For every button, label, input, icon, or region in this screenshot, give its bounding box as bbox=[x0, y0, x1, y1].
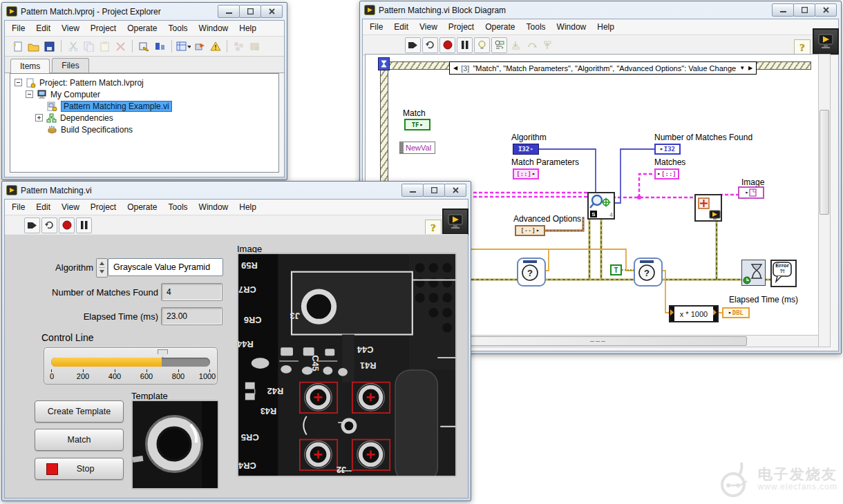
hierarchy-button[interactable] bbox=[153, 39, 167, 54]
match-button[interactable]: Match bbox=[35, 429, 124, 451]
wait-ms-vi[interactable] bbox=[741, 260, 766, 286]
step-over-button[interactable] bbox=[524, 38, 539, 52]
tree-item-project[interactable]: Project: Pattern Match.lvproj bbox=[10, 77, 278, 88]
menu-edit[interactable]: Edit bbox=[30, 22, 56, 35]
overlay-vi[interactable] bbox=[694, 194, 722, 222]
tree-item-build-specs[interactable]: Build Specifications bbox=[10, 124, 278, 135]
menu-edit[interactable]: Edit bbox=[388, 21, 414, 33]
algorithm-spinner[interactable] bbox=[96, 258, 108, 278]
abort-button[interactable] bbox=[59, 217, 75, 233]
maximize-button[interactable] bbox=[793, 3, 815, 17]
run-button[interactable] bbox=[405, 37, 421, 53]
run-build-button[interactable] bbox=[247, 39, 262, 54]
simple-error-handler-vi[interactable]: Error ?! bbox=[770, 260, 797, 287]
close-button[interactable] bbox=[444, 184, 466, 197]
menu-window[interactable]: Window bbox=[551, 21, 592, 33]
minimize-button[interactable] bbox=[772, 3, 794, 17]
menu-tools[interactable]: Tools bbox=[163, 22, 193, 35]
maximize-button[interactable] bbox=[423, 184, 445, 197]
project-explorer-titlebar[interactable]: Pattern Match.lvproj - Project Explorer bbox=[2, 3, 287, 20]
step-into-button[interactable] bbox=[509, 38, 523, 52]
pause-button[interactable] bbox=[76, 217, 92, 233]
run-continuous-button[interactable] bbox=[422, 37, 438, 53]
tree-item-computer[interactable]: My Computer bbox=[10, 88, 278, 100]
slider-track[interactable] bbox=[51, 358, 210, 367]
matches-terminal[interactable]: ▸[::] bbox=[654, 168, 679, 180]
menu-operate[interactable]: Operate bbox=[122, 22, 162, 35]
menu-project[interactable]: Project bbox=[443, 21, 480, 33]
expand-toggle[interactable] bbox=[35, 114, 43, 122]
pause-button[interactable] bbox=[457, 37, 473, 53]
menu-window[interactable]: Window bbox=[193, 22, 234, 35]
elapsed-time-display[interactable]: 23.00 bbox=[161, 307, 222, 325]
pattern-match-vi[interactable]: S 4 bbox=[587, 192, 615, 220]
algorithm-combobox[interactable]: Grayscale Value Pyramid bbox=[108, 258, 223, 276]
menu-window[interactable]: Window bbox=[193, 201, 234, 213]
menu-operate[interactable]: Operate bbox=[480, 21, 520, 33]
event-case-selector[interactable]: ◀ [3] "Match", "Match Parameters", "Algo… bbox=[449, 61, 757, 75]
close-button[interactable] bbox=[815, 3, 837, 17]
case-dropdown-icon[interactable]: ▼ bbox=[739, 66, 745, 71]
menu-file[interactable]: File bbox=[6, 201, 30, 213]
tree-item-vi[interactable]: Pattern Matching Example.vi bbox=[10, 100, 278, 112]
stop-button[interactable]: Stop bbox=[35, 458, 124, 480]
matches-found-display[interactable]: 4 bbox=[161, 283, 222, 301]
menu-operate[interactable]: Operate bbox=[122, 201, 162, 213]
elapsed-time-dbl-terminal[interactable]: ▸DBL bbox=[722, 307, 750, 318]
vertical-scrollbar[interactable] bbox=[818, 54, 831, 347]
open-button[interactable] bbox=[26, 39, 41, 54]
control-line-slider[interactable]: 0 200 400 600 800 1000 bbox=[44, 347, 218, 385]
view-grid-button[interactable] bbox=[176, 39, 191, 54]
number-of-matches-terminal[interactable]: ▸I32 bbox=[654, 144, 681, 155]
pcb-image-display[interactable]: R59 CR7 J3 CR6 R44 C45 C44 R41 R42 R43 C… bbox=[237, 253, 457, 477]
match-parameters-terminal[interactable]: [::]▸ bbox=[513, 168, 539, 180]
menu-help[interactable]: Help bbox=[591, 21, 620, 33]
menu-view[interactable]: View bbox=[56, 201, 85, 213]
maximize-button[interactable] bbox=[239, 5, 261, 18]
tick-count-vi-1[interactable]: ? bbox=[517, 258, 546, 287]
cut-button[interactable] bbox=[66, 39, 80, 54]
next-case-icon[interactable]: ▶ bbox=[748, 66, 752, 71]
run-button[interactable] bbox=[24, 217, 40, 233]
block-diagram-titlebar[interactable]: Pattern Matching.vi Block Diagram bbox=[360, 1, 841, 19]
menu-project[interactable]: Project bbox=[85, 22, 122, 35]
menu-project[interactable]: Project bbox=[85, 201, 122, 213]
tick-count-vi-2[interactable]: ? bbox=[634, 258, 663, 287]
menu-view[interactable]: View bbox=[414, 21, 443, 33]
horizontal-scroll-thumb[interactable] bbox=[448, 336, 747, 346]
retain-wire-values-button[interactable] bbox=[491, 37, 507, 53]
create-template-button[interactable]: Create Template bbox=[35, 400, 124, 423]
expression-node[interactable]: x * 1000 bbox=[669, 305, 719, 322]
minimize-button[interactable] bbox=[218, 5, 240, 18]
highlight-execution-button[interactable] bbox=[474, 37, 490, 53]
menu-help[interactable]: Help bbox=[234, 22, 262, 35]
slider-handle[interactable] bbox=[158, 349, 168, 358]
vertical-scroll-thumb[interactable] bbox=[820, 110, 829, 215]
tab-items[interactable]: Items bbox=[10, 59, 50, 73]
newval-event-node[interactable]: NewVal bbox=[399, 142, 435, 154]
abort-button[interactable] bbox=[439, 37, 455, 53]
run-continuous-button[interactable] bbox=[41, 217, 57, 233]
previous-case-icon[interactable]: ◀ bbox=[453, 66, 457, 71]
minimize-button[interactable] bbox=[401, 184, 424, 197]
match-tf-terminal[interactable]: TF▸ bbox=[404, 119, 430, 130]
copy-button[interactable] bbox=[82, 39, 96, 54]
tab-files[interactable]: Files bbox=[52, 58, 88, 72]
algorithm-i32-terminal[interactable]: I32▸ bbox=[513, 144, 539, 155]
new-vi-button[interactable] bbox=[10, 39, 25, 54]
warning-button[interactable] bbox=[208, 39, 222, 54]
collapse-toggle[interactable] bbox=[15, 79, 22, 86]
tree-item-dependencies[interactable]: Dependencies bbox=[10, 112, 278, 124]
image-terminal[interactable]: ▸ bbox=[738, 186, 764, 199]
menu-edit[interactable]: Edit bbox=[30, 201, 56, 213]
deploy-button[interactable] bbox=[192, 39, 207, 54]
build-all-button[interactable] bbox=[231, 39, 246, 54]
delete-button[interactable] bbox=[113, 39, 128, 54]
save-button[interactable] bbox=[42, 39, 57, 54]
paste-button[interactable] bbox=[97, 39, 112, 54]
template-image[interactable] bbox=[131, 400, 219, 490]
menu-tools[interactable]: Tools bbox=[163, 201, 193, 213]
vi-tools-button[interactable] bbox=[137, 39, 151, 54]
menu-tools[interactable]: Tools bbox=[521, 21, 551, 33]
menu-view[interactable]: View bbox=[56, 22, 85, 35]
